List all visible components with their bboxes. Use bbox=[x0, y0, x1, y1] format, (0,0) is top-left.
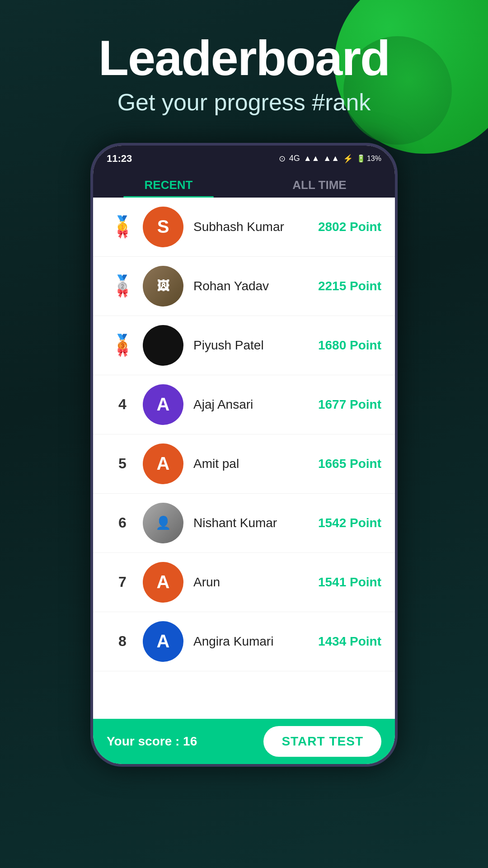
avatar-7: A bbox=[143, 562, 183, 603]
rank-area-8: 8 bbox=[107, 633, 138, 650]
page-subtitle: Get your progress #rank bbox=[0, 89, 488, 116]
status-bar: 11:23 ⊙ 4G ▲▲ ▲▲ ⚡ 🔋 13% bbox=[93, 146, 395, 169]
user-points-7: 1541 Point bbox=[318, 575, 381, 590]
table-row: 4 A Ajaj Ansari 1677 Point bbox=[93, 375, 395, 434]
user-points-4: 1677 Point bbox=[318, 397, 381, 412]
avatar-5: A bbox=[143, 443, 183, 484]
avatar-8: A bbox=[143, 621, 183, 662]
rank-number-6: 6 bbox=[118, 514, 127, 531]
tab-alltime[interactable]: ALL TIME bbox=[244, 169, 395, 198]
rank-number-8: 8 bbox=[118, 633, 127, 650]
table-row: 🥉 🎀 Piyush Patel 1680 Point bbox=[93, 316, 395, 375]
user-name-8: Angira Kumari bbox=[193, 634, 318, 649]
table-row: 🥈 🎀 🖼 Rohan Yadav 2215 Point bbox=[93, 257, 395, 316]
side-button-right2 bbox=[397, 462, 398, 489]
rank-area-2: 🥈 🎀 bbox=[107, 274, 138, 298]
tab-recent[interactable]: RECENT bbox=[93, 169, 244, 198]
phone-mockup: 11:23 ⊙ 4G ▲▲ ▲▲ ⚡ 🔋 13% RECENT bbox=[0, 143, 488, 767]
table-row: 5 A Amit pal 1665 Point bbox=[93, 434, 395, 494]
avatar-4: A bbox=[143, 384, 183, 425]
rank-area-3: 🥉 🎀 bbox=[107, 333, 138, 358]
table-row: 7 A Arun 1541 Point bbox=[93, 553, 395, 612]
rank-number-5: 5 bbox=[118, 455, 127, 472]
score-display: Your score : 16 bbox=[107, 734, 197, 749]
leaderboard-list: 🥇 🎀 S Subhash Kumar 2802 Point 🥈 🎀 bbox=[93, 198, 395, 719]
page-title: Leaderboard bbox=[0, 32, 488, 84]
user-points-3: 1680 Point bbox=[318, 338, 381, 353]
table-row: 8 A Angira Kumari 1434 Point bbox=[93, 612, 395, 671]
rank-area-1: 🥇 🎀 bbox=[107, 215, 138, 239]
user-name-6: Nishant Kumar bbox=[193, 516, 318, 530]
user-points-5: 1665 Point bbox=[318, 457, 381, 471]
signal-icon: ▲▲ bbox=[304, 154, 320, 163]
rank-number-7: 7 bbox=[118, 574, 127, 590]
user-name-5: Amit pal bbox=[193, 457, 318, 471]
rank-area-4: 4 bbox=[107, 396, 138, 413]
battery-percent: 13% bbox=[367, 155, 381, 163]
medal-3: 🥉 🎀 bbox=[113, 333, 131, 358]
medal-1: 🥇 🎀 bbox=[113, 215, 131, 239]
table-row: 🥇 🎀 S Subhash Kumar 2802 Point bbox=[93, 198, 395, 257]
phone-frame: 11:23 ⊙ 4G ▲▲ ▲▲ ⚡ 🔋 13% RECENT bbox=[90, 143, 398, 767]
avatar-1: S bbox=[143, 207, 183, 247]
rank-area-6: 6 bbox=[107, 514, 138, 531]
user-name-3: Piyush Patel bbox=[193, 338, 318, 353]
table-row: 6 👤 Nishant Kumar 1542 Point bbox=[93, 494, 395, 553]
volume-up-button bbox=[90, 236, 91, 272]
start-test-button[interactable]: START TEST bbox=[263, 726, 381, 757]
volume-down-button bbox=[90, 286, 91, 322]
network-label: 4G bbox=[289, 154, 300, 163]
avatar-6: 👤 bbox=[143, 503, 183, 543]
user-points-1: 2802 Point bbox=[318, 220, 381, 234]
power-button bbox=[397, 272, 398, 326]
user-points-8: 1434 Point bbox=[318, 634, 381, 649]
avatar-2: 🖼 bbox=[143, 266, 183, 307]
user-name-4: Ajaj Ansari bbox=[193, 397, 318, 412]
medal-2: 🥈 🎀 bbox=[113, 274, 131, 298]
bolt-icon: ⚡ bbox=[343, 154, 353, 164]
user-name-1: Subhash Kumar bbox=[193, 220, 318, 234]
user-points-6: 1542 Point bbox=[318, 516, 381, 530]
user-name-2: Rohan Yadav bbox=[193, 279, 318, 293]
wifi-icon: ⊙ bbox=[279, 154, 286, 164]
status-time: 11:23 bbox=[107, 153, 132, 165]
tab-bar: RECENT ALL TIME bbox=[93, 169, 395, 198]
battery-icon: 🔋 bbox=[357, 154, 366, 163]
avatar-3 bbox=[143, 325, 183, 366]
signal-icon2: ▲▲ bbox=[323, 154, 339, 163]
rank-area-5: 5 bbox=[107, 455, 138, 472]
rank-area-7: 7 bbox=[107, 574, 138, 590]
status-icons: ⊙ 4G ▲▲ ▲▲ ⚡ 🔋 13% bbox=[279, 154, 381, 164]
user-points-2: 2215 Point bbox=[318, 279, 381, 293]
header-section: Leaderboard Get your progress #rank bbox=[0, 0, 488, 116]
rank-number-4: 4 bbox=[118, 396, 127, 413]
user-name-7: Arun bbox=[193, 575, 318, 590]
phone-screen: 11:23 ⊙ 4G ▲▲ ▲▲ ⚡ 🔋 13% RECENT bbox=[93, 146, 395, 764]
battery-indicator: 🔋 13% bbox=[357, 154, 381, 163]
bottom-bar: Your score : 16 START TEST bbox=[93, 719, 395, 764]
